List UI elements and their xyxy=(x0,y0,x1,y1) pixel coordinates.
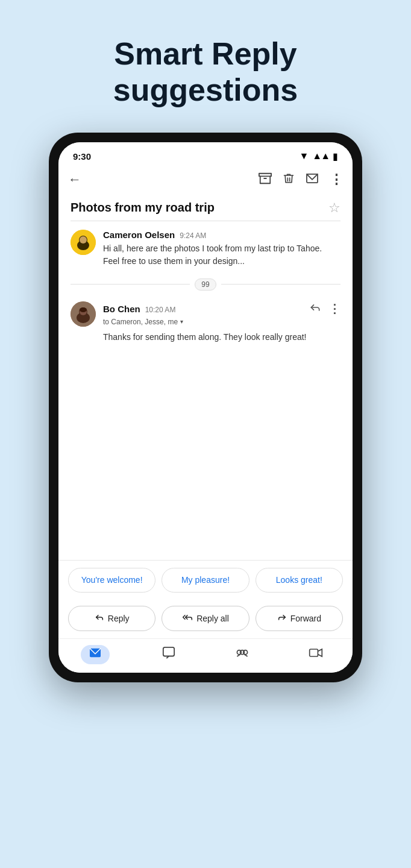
collapsed-indicator[interactable]: 99 xyxy=(71,278,340,291)
star-icon[interactable]: ☆ xyxy=(328,200,340,216)
phone-screen: 9:30 ▼ ▲▲ ▮ ← xyxy=(58,142,353,673)
nav-meet[interactable] xyxy=(301,645,330,664)
message1-body: Hi all, here are the photos I took from … xyxy=(103,242,340,268)
nav-spaces-wrap xyxy=(228,645,257,664)
more-options-icon[interactable]: ⋮ xyxy=(330,172,343,187)
reply-all-icon xyxy=(182,612,193,624)
reply-icon xyxy=(95,612,104,624)
sender-name-bo: Bo Chen xyxy=(103,304,140,314)
delete-icon[interactable] xyxy=(283,172,295,188)
nav-mail-wrap xyxy=(81,645,110,664)
back-icon[interactable]: ← xyxy=(68,172,81,187)
smart-reply-chip-2[interactable]: My pleasure! xyxy=(162,568,249,592)
to-line[interactable]: to Cameron, Jesse, me ▾ xyxy=(103,318,340,326)
message2-actions: ⋮ xyxy=(309,301,340,316)
toolbar: ← xyxy=(58,167,353,193)
status-bar: 9:30 ▼ ▲▲ ▮ xyxy=(58,142,353,167)
email-subject-row: Photos from my road trip ☆ xyxy=(58,193,353,221)
chevron-down-icon: ▾ xyxy=(180,318,183,325)
smart-reply-chip-1[interactable]: You're welcome! xyxy=(68,568,155,592)
reply-all-label: Reply all xyxy=(196,614,229,623)
meet-icon xyxy=(309,647,323,661)
reply-all-button[interactable]: Reply all xyxy=(162,606,249,631)
action-buttons: Reply Reply all xyxy=(58,600,353,638)
message1-header: Cameron Oelsen 9:24 AM xyxy=(103,230,340,240)
divider-line-right xyxy=(221,284,340,285)
smart-replies: You're welcome! My pleasure! Looks great… xyxy=(58,560,353,599)
hero-title: Smart Reply suggestions xyxy=(0,0,411,133)
forward-icon xyxy=(277,612,287,624)
email-subject: Photos from my road trip xyxy=(71,201,328,215)
smart-reply-chip-3[interactable]: Looks great! xyxy=(256,568,343,592)
avatar-bo xyxy=(71,301,96,327)
archive-icon[interactable] xyxy=(259,172,272,188)
nav-spaces[interactable] xyxy=(228,645,257,664)
message2-header-left: Bo Chen 10:20 AM xyxy=(103,304,175,314)
email-message-1: Cameron Oelsen 9:24 AM Hi all, here are … xyxy=(58,221,353,276)
nav-meet-wrap xyxy=(301,645,330,664)
wifi-icon: ▼ xyxy=(299,151,309,162)
message2-time: 10:20 AM xyxy=(145,306,176,314)
message1-time: 9:24 AM xyxy=(180,231,206,240)
svg-rect-20 xyxy=(310,649,318,656)
mail-icon xyxy=(89,647,102,661)
message2-header-row: Bo Chen 10:20 AM ⋮ xyxy=(103,301,340,316)
svg-point-11 xyxy=(80,307,87,312)
spaces-icon xyxy=(235,647,249,662)
content-spacer xyxy=(58,348,353,561)
message2-content: Bo Chen 10:20 AM ⋮ to Cam xyxy=(103,301,340,344)
email-message-2: Bo Chen 10:20 AM ⋮ to Cam xyxy=(58,293,353,348)
chat-icon xyxy=(162,646,175,662)
message1-content: Cameron Oelsen 9:24 AM Hi all, here are … xyxy=(103,230,340,268)
forward-label: Forward xyxy=(290,614,321,623)
svg-rect-0 xyxy=(259,173,271,176)
message2-body: Thanks for sending them along. They look… xyxy=(103,331,340,344)
message2-more-icon[interactable]: ⋮ xyxy=(328,301,340,316)
forward-button[interactable]: Forward xyxy=(256,606,343,631)
reply-label: Reply xyxy=(108,614,130,623)
svg-point-6 xyxy=(80,236,87,244)
reply-quick-icon[interactable] xyxy=(309,301,321,316)
phone-mockup: 9:30 ▼ ▲▲ ▮ ← xyxy=(49,133,362,682)
nav-chat[interactable] xyxy=(154,645,183,664)
status-time: 9:30 xyxy=(73,151,91,162)
collapsed-count[interactable]: 99 xyxy=(195,278,216,291)
toolbar-left: ← xyxy=(68,172,81,187)
nav-chat-wrap xyxy=(154,645,183,664)
battery-icon: ▮ xyxy=(333,151,338,162)
toolbar-right: ⋮ xyxy=(259,172,343,188)
bottom-nav xyxy=(58,638,353,673)
status-icons: ▼ ▲▲ ▮ xyxy=(299,151,338,162)
reply-button[interactable]: Reply xyxy=(68,606,155,631)
avatar-cameron xyxy=(71,230,96,255)
to-text: to Cameron, Jesse, me xyxy=(103,318,178,326)
signal-icon: ▲▲ xyxy=(312,151,329,162)
nav-mail[interactable] xyxy=(81,645,110,664)
divider-line-left xyxy=(71,284,190,285)
mark-read-icon[interactable] xyxy=(306,173,319,187)
sender-name-cameron: Cameron Oelsen xyxy=(103,230,175,240)
svg-rect-13 xyxy=(163,647,174,656)
